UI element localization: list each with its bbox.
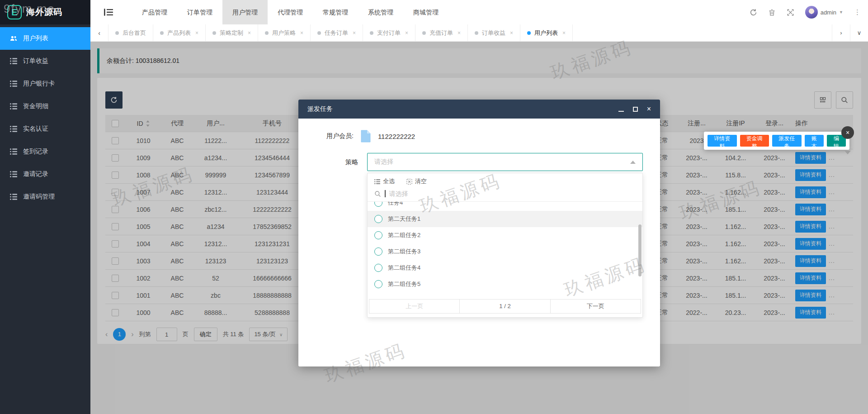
- select-all-label: 全选: [383, 177, 395, 186]
- modal-body: 用户会员: 1122222222 策略 请选择 全选 清空: [298, 119, 660, 366]
- nav-user[interactable]: 用户管理: [222, 0, 268, 24]
- close-icon[interactable]: ×: [405, 30, 408, 36]
- top-header: 产品管理 订单管理 用户管理 代理管理 常规管理 系统管理 商城管理 admin…: [90, 0, 868, 24]
- sidebar-item-order-income[interactable]: 订单收益: [0, 50, 90, 72]
- app-logo: E 海外源码: [0, 0, 90, 24]
- tab-label: 用户策略: [272, 29, 296, 37]
- strategy-select[interactable]: 请选择: [367, 153, 643, 171]
- tabs-menu-icon[interactable]: ∨: [850, 24, 868, 41]
- dropdown-pager: 上一页 1 / 2 下一页: [369, 299, 641, 314]
- option-day2-task1[interactable]: 第二天任务1: [368, 211, 642, 227]
- sidebar-item-label: 订单收益: [23, 57, 48, 65]
- dispatch-task-button[interactable]: 派发任务: [772, 135, 802, 147]
- more-vertical-icon[interactable]: ⋮: [854, 8, 861, 16]
- dropdown-prev-button[interactable]: 上一页: [369, 300, 459, 313]
- tab-order-income[interactable]: 订单收益 ×: [468, 24, 520, 41]
- maximize-icon[interactable]: [633, 105, 638, 113]
- sidebar-item-funds-detail[interactable]: 资金明细: [0, 95, 90, 118]
- chevron-down-icon: ▼: [839, 10, 843, 14]
- nav-system[interactable]: 系统管理: [358, 0, 403, 24]
- minimize-icon[interactable]: [618, 105, 624, 113]
- member-row: 用户会员: 1122222222: [326, 130, 415, 143]
- member-value: 1122222222: [378, 133, 415, 140]
- close-icon[interactable]: ×: [248, 30, 251, 36]
- option-group2-task4[interactable]: 第二组任务4: [368, 260, 642, 276]
- tab-pay-order[interactable]: 支付订单 ×: [363, 24, 415, 41]
- tab-recharge-order[interactable]: 充值订单 ×: [415, 24, 468, 41]
- tab-dot: [160, 31, 164, 35]
- sidebar: E 海外源码 用户列表 订单收益 用户银行卡 资金明细 实名认证 签到记录: [0, 0, 90, 414]
- strategy-dropdown: 全选 清空 任务4: [367, 173, 643, 318]
- account-menu[interactable]: admin ▼: [805, 6, 843, 19]
- dropdown-scrollbar[interactable]: [638, 224, 642, 276]
- option-group2-task3[interactable]: 第二组任务3: [368, 243, 642, 260]
- tab-home[interactable]: 后台首页: [108, 24, 153, 41]
- close-icon[interactable]: ×: [647, 105, 651, 113]
- nav-order[interactable]: 订单管理: [177, 0, 222, 24]
- file-icon: [361, 130, 371, 143]
- tab-dot: [527, 31, 531, 35]
- sidebar-item-bank-card[interactable]: 用户银行卡: [0, 72, 90, 95]
- option-group2-task2[interactable]: 第二组任务2: [368, 227, 642, 243]
- sidebar-item-checkin[interactable]: 签到记录: [0, 140, 90, 163]
- strategy-label: 策略: [345, 158, 358, 167]
- modal-title: 派发任务: [307, 105, 333, 113]
- close-icon[interactable]: ×: [562, 30, 566, 36]
- nav-general[interactable]: 常规管理: [313, 0, 358, 24]
- dispatch-task-modal: 派发任务 × 用户会员: 1122222222 策略 请选择 全选: [298, 100, 660, 366]
- header-right: admin ▼ ⋮: [750, 0, 861, 24]
- nav-mall[interactable]: 商城管理: [403, 0, 448, 24]
- close-icon[interactable]: ×: [300, 30, 303, 36]
- clear-option[interactable]: 清空: [406, 177, 427, 186]
- tabs-scroll-left[interactable]: ‹: [90, 24, 108, 41]
- detail-button[interactable]: 详情资料: [708, 135, 737, 147]
- nav-agent[interactable]: 代理管理: [268, 0, 313, 24]
- tab-user-strategy[interactable]: 用户策略 ×: [258, 24, 311, 41]
- tabs-scroll-right[interactable]: ›: [832, 24, 850, 41]
- clear-label: 清空: [415, 177, 427, 186]
- dropdown-search: [368, 188, 642, 202]
- close-icon[interactable]: ×: [195, 30, 198, 36]
- popup-close-icon[interactable]: ×: [841, 126, 854, 139]
- nav-product[interactable]: 产品管理: [132, 0, 177, 24]
- search-icon: [374, 190, 381, 197]
- close-icon[interactable]: ×: [458, 30, 461, 36]
- member-label: 用户会员:: [326, 132, 354, 140]
- option-task4[interactable]: 任务4: [368, 202, 642, 211]
- avatar[interactable]: [805, 6, 818, 19]
- refresh-icon[interactable]: [750, 9, 757, 16]
- fund-adjust-button[interactable]: 资金调整: [740, 135, 769, 147]
- sidebar-item-user-list[interactable]: 用户列表: [0, 27, 90, 50]
- tab-dot: [265, 31, 269, 35]
- tab-strategy-custom[interactable]: 策略定制 ×: [206, 24, 258, 41]
- username: admin: [821, 9, 836, 16]
- list-icon: [10, 80, 17, 87]
- dropdown-next-button[interactable]: 下一页: [550, 300, 641, 313]
- dropdown-options: 任务4 第二天任务1 第二组任务2 第二组任务3: [368, 202, 642, 295]
- popup-caret-icon: [844, 151, 851, 154]
- close-icon[interactable]: ×: [510, 30, 513, 36]
- text-cursor: [385, 190, 386, 197]
- sidebar-item-invite-code[interactable]: 邀请码管理: [0, 186, 90, 208]
- ledger-button[interactable]: 账本: [805, 135, 824, 147]
- tab-label: 支付订单: [377, 29, 401, 37]
- select-all-option[interactable]: 全选: [374, 177, 395, 186]
- tab-product-list[interactable]: 产品列表 ×: [153, 24, 206, 41]
- fullscreen-icon[interactable]: [787, 9, 794, 16]
- logo-icon: E: [7, 5, 22, 19]
- sidebar-item-invite-record[interactable]: 邀请记录: [0, 163, 90, 186]
- option-group2-task5[interactable]: 第二组任务5: [368, 276, 642, 292]
- close-icon[interactable]: ×: [353, 30, 356, 36]
- sidebar-item-real-name[interactable]: 实名认证: [0, 118, 90, 140]
- tab-bar-controls: › ∨: [832, 24, 868, 41]
- collapse-menu-icon[interactable]: [104, 9, 113, 16]
- option-label: 第二组任务3: [388, 247, 420, 256]
- dropdown-page-info: 1 / 2: [459, 300, 550, 313]
- tab-user-list[interactable]: 用户列表 ×: [520, 24, 573, 41]
- option-label: 第二组任务2: [388, 231, 420, 239]
- dropdown-search-input[interactable]: [389, 190, 570, 197]
- tab-bar: ‹ 后台首页 产品列表 × 策略定制 × 用户策略 × 任务订单 × 支付订单 …: [90, 24, 868, 42]
- tab-label: 用户列表: [534, 29, 558, 37]
- tab-task-order[interactable]: 任务订单 ×: [311, 24, 363, 41]
- trash-icon[interactable]: [768, 9, 776, 16]
